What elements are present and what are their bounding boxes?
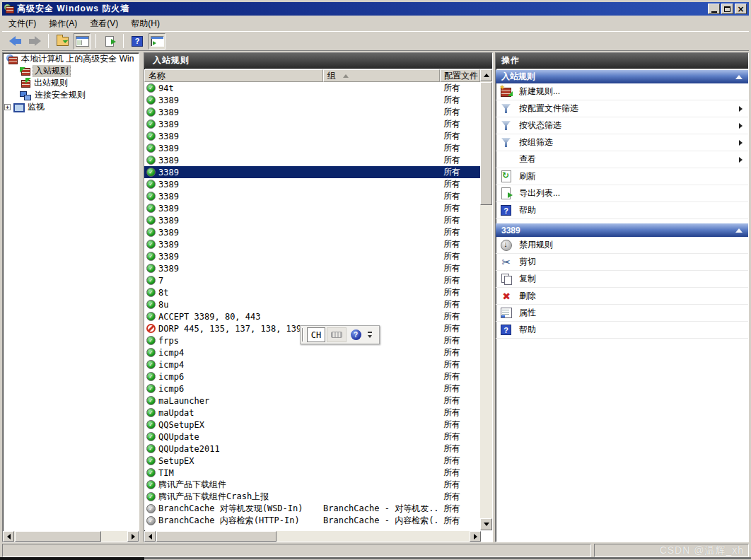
gripper-icon[interactable]: [302, 328, 304, 342]
scroll-up-button[interactable]: [480, 69, 492, 81]
action-label: 剪切: [519, 256, 536, 268]
table-row[interactable]: maLauncher 所有: [144, 395, 480, 407]
scrollbar-thumb[interactable]: [156, 531, 276, 542]
table-row[interactable]: 7 所有: [144, 274, 480, 286]
table-row[interactable]: 8u 所有: [144, 298, 480, 310]
column-header-group[interactable]: 组: [323, 69, 440, 82]
action-item[interactable]: 禁用规则: [496, 237, 748, 254]
help-button[interactable]: ?: [129, 33, 146, 49]
tree-item-inbound-rules[interactable]: 入站规则: [3, 65, 139, 77]
table-row[interactable]: 3389 所有: [144, 154, 480, 166]
scroll-down-button[interactable]: [480, 518, 492, 530]
list-horizontal-scrollbar[interactable]: [144, 531, 481, 542]
table-row[interactable]: 3389 所有: [144, 178, 480, 190]
table-row[interactable]: maUpdat 所有: [144, 407, 480, 419]
table-row[interactable]: 3389 所有: [144, 142, 480, 154]
show-hide-action-pane-button[interactable]: [149, 33, 165, 49]
language-button[interactable]: CH: [307, 327, 325, 342]
action-item[interactable]: 属性: [496, 305, 748, 322]
scroll-left-button[interactable]: [144, 531, 156, 542]
export-list-button[interactable]: [101, 33, 118, 49]
scrollbar-thumb[interactable]: [15, 531, 101, 542]
table-row[interactable]: 3389 所有: [144, 238, 480, 250]
tree-item-root[interactable]: 本地计算机 上的高级安全 Win: [3, 53, 139, 65]
action-item[interactable]: 刷新: [496, 168, 748, 185]
table-row[interactable]: 3389 所有: [144, 94, 480, 106]
action-item[interactable]: 帮助: [496, 322, 748, 339]
table-row[interactable]: BranchCache 对等机发现(WSD-In) BranchCache - …: [144, 503, 480, 515]
table-row[interactable]: icmp6 所有: [144, 371, 480, 383]
tree-item-monitoring[interactable]: + 监视: [3, 101, 139, 113]
table-row[interactable]: 3389 所有: [144, 262, 480, 274]
table-row[interactable]: 3389 所有: [144, 166, 480, 178]
collapse-icon[interactable]: [735, 228, 743, 233]
action-item[interactable]: 按配置文件筛选: [496, 100, 748, 117]
table-row[interactable]: 3389 所有: [144, 250, 480, 262]
table-row[interactable]: 94t 所有: [144, 82, 480, 94]
scroll-right-button[interactable]: [127, 531, 139, 542]
title-bar[interactable]: 高级安全 Windows 防火墙 ×: [2, 2, 749, 16]
menu-item[interactable]: 查看(V): [83, 16, 124, 32]
back-button[interactable]: [6, 33, 23, 49]
action-item[interactable]: 新建规则...: [496, 83, 748, 100]
action-item[interactable]: 复制: [496, 271, 748, 288]
column-header-profile[interactable]: 配置文件: [440, 69, 480, 82]
up-folder-button[interactable]: [54, 33, 71, 49]
table-row[interactable]: icmp4 所有: [144, 358, 480, 371]
action-item[interactable]: 删除: [496, 288, 748, 305]
tree-item-connection-security-rules[interactable]: 连接安全规则: [3, 89, 139, 101]
table-row[interactable]: 3389 所有: [144, 106, 480, 118]
table-row[interactable]: QQUpdate2011 所有: [144, 443, 480, 455]
action-item[interactable]: 按组筛选: [496, 134, 748, 151]
table-row[interactable]: QQSetupEX 所有: [144, 419, 480, 431]
language-options-button[interactable]: [365, 327, 374, 342]
table-row[interactable]: 腾讯产品下载组件 所有: [144, 479, 480, 491]
action-item[interactable]: 查看: [496, 151, 748, 168]
expand-icon[interactable]: +: [4, 104, 11, 110]
actions-section-header[interactable]: 入站规则: [496, 70, 748, 83]
menu-item[interactable]: 操作(A): [42, 16, 83, 32]
tree-item-outbound-rules[interactable]: 出站规则: [3, 77, 139, 89]
table-row[interactable]: QQUpdate 所有: [144, 431, 480, 443]
table-row[interactable]: icmp6 所有: [144, 383, 480, 395]
menu-item[interactable]: 帮助(H): [124, 16, 166, 32]
maximize-button[interactable]: [721, 4, 733, 14]
language-help-button[interactable]: ?: [348, 327, 363, 342]
table-row[interactable]: 3389 所有: [144, 214, 480, 226]
table-row[interactable]: SetupEX 所有: [144, 455, 480, 467]
scroll-left-button[interactable]: [3, 531, 14, 542]
table-row[interactable]: 3389 所有: [144, 190, 480, 202]
list-vertical-scrollbar[interactable]: [480, 69, 492, 530]
scroll-right-button[interactable]: [470, 531, 481, 542]
table-row[interactable]: TIM 所有: [144, 467, 480, 479]
action-item[interactable]: 剪切: [496, 254, 748, 271]
language-bar[interactable]: CH ?: [300, 325, 380, 344]
filter-icon: [500, 136, 513, 148]
rule-name: 8t: [158, 288, 168, 298]
forward-button[interactable]: [26, 33, 43, 49]
action-item[interactable]: 按状态筛选: [496, 117, 748, 134]
table-row[interactable]: 3389 所有: [144, 118, 480, 130]
column-header-name[interactable]: 名称: [144, 69, 323, 82]
minimize-button[interactable]: [708, 4, 720, 14]
scrollbar-thumb[interactable]: [480, 82, 492, 205]
table-row[interactable]: icmp4 所有: [144, 346, 480, 358]
action-item[interactable]: 导出列表...: [496, 185, 748, 202]
menu-item[interactable]: 文件(F): [2, 16, 42, 32]
table-row[interactable]: 腾讯产品下载组件Crash上报 所有: [144, 491, 480, 503]
table-row[interactable]: ACCEPT 3389, 80, 443 所有: [144, 310, 480, 322]
action-item[interactable]: 帮助: [496, 202, 748, 219]
keyboard-button[interactable]: [327, 327, 347, 342]
close-button[interactable]: ×: [735, 4, 747, 14]
collapse-icon[interactable]: [735, 75, 743, 79]
show-hide-console-tree-button[interactable]: [74, 33, 91, 49]
table-row[interactable]: BranchCache 内容检索(HTTP-In) BranchCache - …: [144, 515, 480, 527]
rule-name: 8u: [158, 300, 168, 310]
table-row[interactable]: 8t 所有: [144, 286, 480, 298]
table-row[interactable]: 3389 所有: [144, 226, 480, 238]
table-row[interactable]: 3389 所有: [144, 202, 480, 214]
tree-horizontal-scrollbar[interactable]: [3, 531, 139, 542]
actions-section-header[interactable]: 3389: [496, 223, 748, 237]
none-icon: [500, 153, 513, 165]
table-row[interactable]: 3389 所有: [144, 130, 480, 142]
